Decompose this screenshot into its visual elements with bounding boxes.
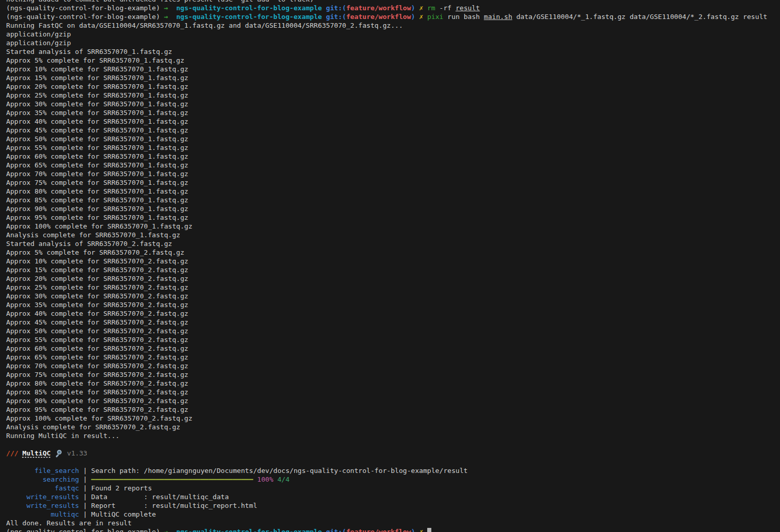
terminal-line: Approx 85% complete for SRR6357070_2.fas… [6,388,780,396]
terminal-line: Approx 15% complete for SRR6357070_1.fas… [6,73,780,82]
terminal-line: Running MultiQC in result... [6,431,780,440]
terminal-text-segment: searching [6,476,79,483]
terminal-text-segment: feature/workflow [346,528,411,532]
terminal-text-segment: Approx 30% complete for SRR6357070_1.fas… [6,100,188,108]
terminal-text-segment: git:( [326,4,346,12]
terminal-line: Approx 75% complete for SRR6357070_2.fas… [6,370,780,379]
terminal-window[interactable]: nothing added to commit but untracked fi… [0,0,780,532]
terminal-line: Approx 95% complete for SRR6357070_1.fas… [6,213,780,222]
terminal-text-segment: | [79,476,91,483]
terminal-line: Running FastQC on data/GSE110004/SRR6357… [6,21,780,30]
terminal-text-segment: Approx 20% complete for SRR6357070_1.fas… [6,83,188,90]
terminal-text-segment: Approx 5% complete for SRR6357070_2.fast… [6,249,184,256]
terminal-text-segment: v1.33 [67,449,87,457]
terminal-line: Started analysis of SRR6357070_2.fastq.g… [6,239,780,248]
terminal-text-segment: | Found 2 reports [79,484,152,492]
terminal-line: Approx 95% complete for SRR6357070_2.fas… [6,405,780,414]
terminal-line: Approx 80% complete for SRR6357070_2.fas… [6,379,780,388]
terminal-text-segment: Approx 100% complete for SRR6357070_1.fa… [6,222,193,230]
terminal-line: Approx 30% complete for SRR6357070_1.fas… [6,100,780,108]
terminal-line: Approx 90% complete for SRR6357070_1.fas… [6,204,780,213]
terminal-text-segment: (ngs-quality-control-for-blog-example) [6,4,164,12]
terminal-cursor [427,528,431,532]
terminal-text-segment: Running FastQC on data/GSE110004/SRR6357… [6,22,403,29]
terminal-text-segment: ngs-quality-control-for-blog-example [176,13,322,21]
terminal-text-segment: (ngs-quality-control-for-blog-example) [6,13,164,21]
terminal-text-segment: Approx 10% complete for SRR6357070_1.fas… [6,65,188,73]
terminal-line: Approx 90% complete for SRR6357070_2.fas… [6,396,780,405]
terminal-text-segment: Approx 100% complete for SRR6357070_2.fa… [6,414,193,422]
terminal-line [6,440,780,449]
terminal-text-segment: Approx 85% complete for SRR6357070_2.fas… [6,388,188,396]
terminal-line: Approx 20% complete for SRR6357070_2.fas… [6,274,780,283]
terminal-text-segment: Approx 95% complete for SRR6357070_1.fas… [6,214,188,221]
terminal-line: nothing added to commit but untracked fi… [6,0,780,4]
terminal-text-segment: Approx 70% complete for SRR6357070_1.fas… [6,170,188,178]
terminal-text-segment [423,4,427,12]
terminal-line: Approx 40% complete for SRR6357070_2.fas… [6,309,780,318]
terminal-text-segment [253,476,257,483]
terminal-text-segment [415,528,419,532]
terminal-text-segment: application/gzip [6,30,71,38]
terminal-text-segment: data/GSE110004/*_1.fastq.gz data/GSE1100… [512,13,768,21]
terminal-text-segment: feature/workflow [346,4,411,12]
terminal-text-segment: -rf [435,4,455,12]
terminal-text-segment: file_search [6,467,79,474]
terminal-line: Approx 10% complete for SRR6357070_1.fas… [6,65,780,73]
terminal-text-segment: Approx 80% complete for SRR6357070_1.fas… [6,187,188,195]
terminal-text-segment: application/gzip [6,39,71,47]
terminal-text-segment: Approx 25% complete for SRR6357070_1.fas… [6,91,188,99]
terminal-text-segment: ✗ [419,528,423,532]
terminal-line: Approx 35% complete for SRR6357070_2.fas… [6,300,780,309]
terminal-line: application/gzip [6,30,780,39]
terminal-text-segment: Approx 40% complete for SRR6357070_2.fas… [6,310,188,317]
terminal-text-segment: /// [6,449,18,457]
active-prompt-line: (ngs-quality-control-for-blog-example) →… [6,527,780,532]
terminal-text-segment [423,528,427,532]
terminal-text-segment: Approx 30% complete for SRR6357070_2.fas… [6,292,188,300]
terminal-text-segment: | Data : result/multiqc_data [79,493,229,501]
terminal-text-segment: ngs-quality-control-for-blog-example [176,528,322,532]
terminal-text-segment: git:( [326,528,346,532]
terminal-text-segment: | Report : result/multiqc_report.html [79,502,257,509]
terminal-text-segment: write_results [6,502,79,509]
terminal-text-segment [51,449,55,457]
terminal-text-segment: Approx 35% complete for SRR6357070_2.fas… [6,301,188,309]
terminal-text-segment [415,4,419,12]
terminal-line: Approx 5% complete for SRR6357070_2.fast… [6,248,780,257]
terminal-text-segment: feature/workflow [346,13,411,21]
multiqc-write-data-line: write_results | Data : result/multiqc_da… [6,492,780,501]
terminal-line: Approx 80% complete for SRR6357070_1.fas… [6,187,780,196]
terminal-line: (ngs-quality-control-for-blog-example) →… [6,12,780,21]
terminal-text-segment: Running MultiQC in result... [6,432,120,440]
terminal-text-segment: ━━━━━━━━━━━━━━━━━━━━━━━━━━━━━━━━━━━━━━━━ [91,476,253,483]
terminal-text-segment: Approx 55% complete for SRR6357070_2.fas… [6,336,188,344]
terminal-line: Approx 75% complete for SRR6357070_1.fas… [6,178,780,187]
terminal-text-segment [415,13,419,21]
terminal-line: Approx 100% complete for SRR6357070_1.fa… [6,222,780,231]
terminal-text-segment [18,449,23,457]
terminal-text-segment: Approx 60% complete for SRR6357070_2.fas… [6,345,188,352]
terminal-text-segment: | MultiQC complete [79,510,156,518]
terminal-text-segment: All done. Results are in result [6,519,131,527]
terminal-text-segment: Approx 65% complete for SRR6357070_2.fas… [6,353,188,361]
terminal-text-segment [63,449,67,457]
terminal-line: Approx 45% complete for SRR6357070_1.fas… [6,126,780,135]
terminal-output: nothing added to commit but untracked fi… [6,0,780,532]
terminal-line: Approx 70% complete for SRR6357070_2.fas… [6,362,780,370]
terminal-line: Approx 65% complete for SRR6357070_2.fas… [6,353,780,362]
terminal-text-segment: rm [427,4,435,12]
terminal-text-segment: Started analysis of SRR6357070_2.fastq.g… [6,240,172,248]
terminal-text-segment: nothing added to commit but untracked fi… [6,0,314,3]
terminal-text-segment: Approx 90% complete for SRR6357070_2.fas… [6,397,188,405]
multiqc-fastqc-line: fastqc | Found 2 reports [6,484,780,492]
terminal-line: Approx 50% complete for SRR6357070_1.fas… [6,135,780,143]
terminal-text-segment: Approx 90% complete for SRR6357070_1.fas… [6,205,188,213]
terminal-line: Approx 65% complete for SRR6357070_1.fas… [6,161,780,169]
terminal-text-segment: Approx 55% complete for SRR6357070_1.fas… [6,144,188,151]
terminal-text-segment: Approx 50% complete for SRR6357070_1.fas… [6,135,188,143]
terminal-text-segment: Approx 70% complete for SRR6357070_2.fas… [6,362,188,370]
terminal-line: Approx 30% complete for SRR6357070_2.fas… [6,292,780,300]
terminal-text-segment: ✗ [419,13,423,21]
terminal-text-segment: Approx 65% complete for SRR6357070_1.fas… [6,161,188,169]
